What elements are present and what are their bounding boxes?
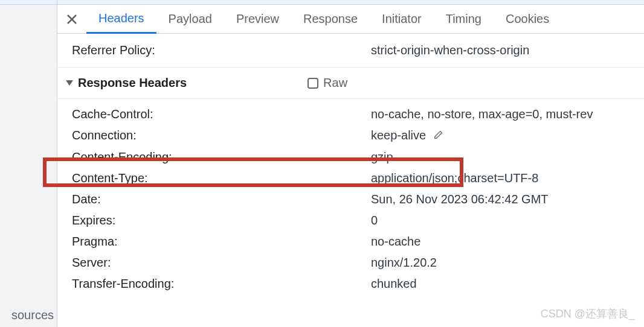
left-sidebar: sources: [0, 0, 57, 327]
tab-payload[interactable]: Payload: [156, 5, 224, 34]
header-key: Expires:: [72, 214, 371, 227]
raw-checkbox[interactable]: [308, 78, 318, 89]
header-key: Content-Encoding:: [72, 150, 371, 164]
headers-list: Cache-Control: no-cache, no-store, max-a…: [57, 99, 644, 294]
referrer-policy-key: Referrer Policy:: [72, 43, 371, 57]
header-value: no-cache: [371, 235, 644, 249]
tabs-bar: Headers Payload Preview Response Initiat…: [57, 5, 644, 34]
header-key: Connection:: [72, 129, 371, 143]
tab-headers[interactable]: Headers: [86, 5, 156, 34]
header-row-server: Server: nginx/1.20.2: [57, 252, 644, 273]
tab-response[interactable]: Response: [291, 5, 370, 34]
header-row-expires: Expires: 0: [57, 210, 644, 231]
header-key: Cache-Control:: [72, 107, 371, 121]
header-key: Content-Type:: [72, 171, 371, 185]
header-row-cache-control: Cache-Control: no-cache, no-store, max-a…: [57, 104, 644, 125]
header-value: no-cache, no-store, max-age=0, must-rev: [371, 107, 644, 121]
header-row-content-encoding: Content-Encoding: gzip: [57, 147, 644, 168]
header-row-content-type: Content-Type: application/json;charset=U…: [57, 168, 644, 189]
raw-label: Raw: [323, 76, 347, 90]
header-row-connection: Connection: keep-alive: [57, 125, 644, 147]
header-value: Sun, 26 Nov 2023 06:42:42 GMT: [371, 192, 644, 206]
close-icon[interactable]: [57, 5, 86, 34]
referrer-policy-value: strict-origin-when-cross-origin: [371, 43, 644, 57]
raw-toggle[interactable]: Raw: [308, 76, 347, 90]
header-value: keep-alive: [371, 129, 644, 143]
header-value: nginx/1.20.2: [371, 256, 644, 270]
section-title: Response Headers: [78, 76, 187, 90]
header-value: chunked: [371, 277, 644, 291]
tab-timing[interactable]: Timing: [434, 5, 494, 34]
tab-cookies[interactable]: Cookies: [494, 5, 561, 34]
sources-label: sources: [0, 308, 57, 327]
header-row-transfer-encoding: Transfer-Encoding: chunked: [57, 273, 644, 294]
main-panel: Headers Payload Preview Response Initiat…: [57, 0, 644, 327]
header-key: Pragma:: [72, 235, 371, 249]
chevron-down-icon: [66, 80, 73, 86]
header-value-text: keep-alive: [371, 129, 426, 142]
header-value: 0: [371, 214, 644, 227]
header-key: Server:: [72, 256, 371, 270]
response-headers-section[interactable]: Response Headers Raw: [57, 68, 644, 99]
tab-initiator[interactable]: Initiator: [370, 5, 434, 34]
header-value: application/json;charset=UTF-8: [371, 171, 644, 185]
edit-icon[interactable]: [433, 129, 444, 143]
header-key: Transfer-Encoding:: [72, 277, 371, 291]
watermark: CSDN @还算善良_: [541, 306, 635, 321]
referrer-policy-row: Referrer Policy: strict-origin-when-cros…: [57, 34, 644, 68]
header-row-pragma: Pragma: no-cache: [57, 231, 644, 252]
header-value: gzip: [371, 150, 644, 164]
header-row-date: Date: Sun, 26 Nov 2023 06:42:42 GMT: [57, 189, 644, 210]
left-top-strip: [0, 0, 57, 5]
content-area: Referrer Policy: strict-origin-when-cros…: [57, 34, 644, 294]
tab-preview[interactable]: Preview: [224, 5, 291, 34]
header-key: Date:: [72, 192, 371, 206]
